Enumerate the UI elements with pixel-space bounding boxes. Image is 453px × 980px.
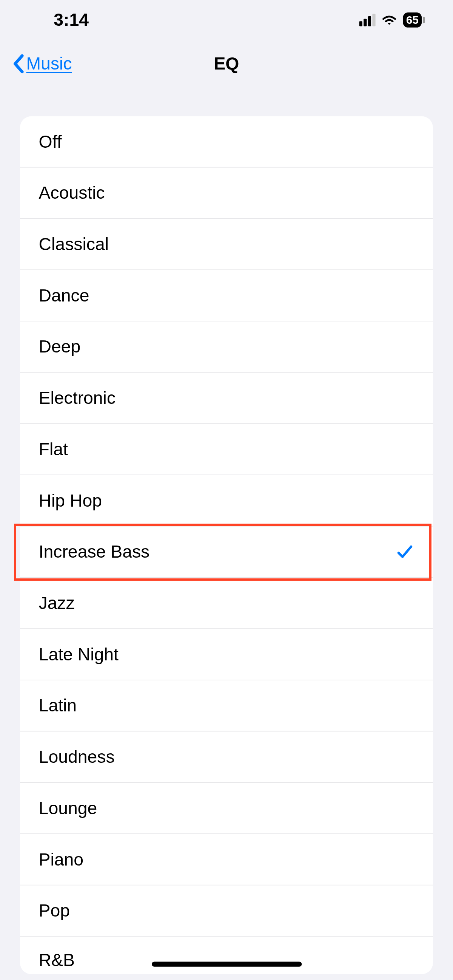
- back-button[interactable]: Music: [11, 54, 72, 74]
- status-icons: 65: [360, 13, 436, 27]
- eq-option-label: Hip Hop: [39, 490, 102, 511]
- eq-option-label: Classical: [39, 234, 109, 254]
- navigation-bar: Music EQ: [0, 37, 453, 94]
- eq-option-row[interactable]: Flat: [20, 424, 433, 475]
- eq-option-label: Electronic: [39, 388, 116, 408]
- eq-option-row[interactable]: Dance: [20, 270, 433, 321]
- chevron-left-icon: [11, 54, 25, 74]
- eq-option-row[interactable]: R&B: [20, 937, 433, 974]
- eq-option-row[interactable]: Pop: [20, 885, 433, 937]
- eq-option-label: Latin: [39, 695, 77, 716]
- eq-option-row[interactable]: Jazz: [20, 578, 433, 629]
- status-time: 3:14: [17, 10, 89, 30]
- wifi-icon: [380, 14, 398, 26]
- eq-option-label: Dance: [39, 286, 89, 305]
- eq-option-label: Piano: [39, 849, 84, 869]
- eq-option-row[interactable]: Piano: [20, 834, 433, 886]
- home-indicator[interactable]: [151, 961, 301, 966]
- eq-option-row[interactable]: Increase Bass: [20, 527, 433, 578]
- eq-option-row[interactable]: Hip Hop: [20, 475, 433, 527]
- eq-option-row[interactable]: Electronic: [20, 372, 433, 424]
- eq-option-label: Loudness: [39, 747, 115, 767]
- eq-option-row[interactable]: Acoustic: [20, 168, 433, 219]
- eq-option-label: Late Night: [39, 644, 119, 664]
- status-bar: 3:14 65: [0, 0, 453, 37]
- checkmark-icon: [396, 542, 415, 562]
- eq-option-label: Acoustic: [39, 183, 105, 203]
- eq-option-row[interactable]: Latin: [20, 681, 433, 732]
- back-label: Music: [27, 54, 72, 74]
- content-area: OffAcousticClassicalDanceDeepElectronicF…: [0, 94, 453, 974]
- battery-icon: 65: [403, 13, 422, 27]
- eq-option-row[interactable]: Off: [20, 116, 433, 168]
- eq-option-label: R&B: [39, 951, 75, 970]
- eq-option-label: Pop: [39, 900, 70, 921]
- eq-option-row[interactable]: Deep: [20, 321, 433, 373]
- eq-option-row[interactable]: Loudness: [20, 732, 433, 783]
- eq-options-list: OffAcousticClassicalDanceDeepElectronicF…: [20, 116, 433, 974]
- battery-level: 65: [406, 14, 419, 27]
- eq-option-label: Deep: [39, 337, 81, 356]
- eq-option-row[interactable]: Classical: [20, 219, 433, 270]
- eq-option-row[interactable]: Lounge: [20, 783, 433, 834]
- cellular-icon: [360, 14, 375, 26]
- eq-option-label: Increase Bass: [39, 542, 150, 562]
- eq-option-row[interactable]: Late Night: [20, 629, 433, 681]
- eq-option-label: Jazz: [39, 593, 75, 613]
- page-title: EQ: [214, 54, 239, 74]
- eq-option-label: Lounge: [39, 798, 97, 818]
- eq-option-label: Off: [39, 132, 62, 151]
- eq-option-label: Flat: [39, 439, 68, 460]
